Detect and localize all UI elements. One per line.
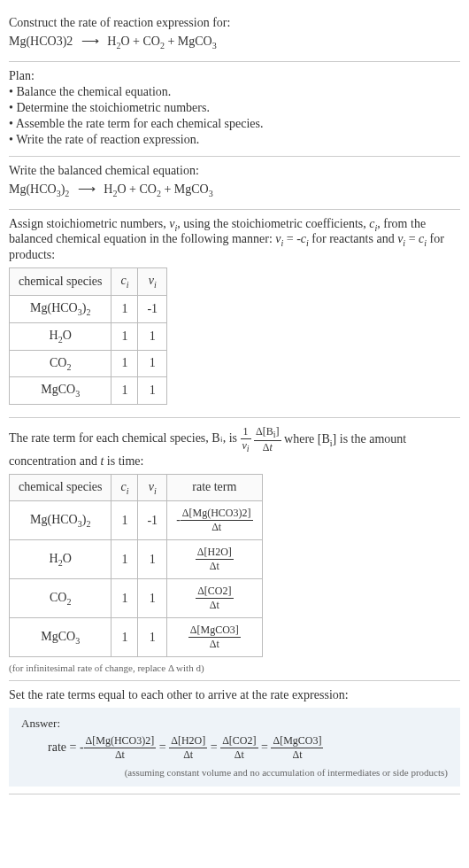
table-cell: 1: [138, 579, 167, 618]
table-cell: 1: [138, 350, 167, 377]
table-header: ci: [111, 268, 138, 296]
rate-prefix: rate =: [48, 740, 80, 754]
table-cell: -1: [138, 501, 167, 540]
rateterm-table: chemical species ci νi rate term Mg(HCO3…: [9, 474, 263, 658]
table-row: H2O 1 1 Δ[H2O]Δt: [10, 540, 263, 579]
table-cell: Δ[H2O]Δt: [167, 540, 262, 579]
balanced-heading: Write the balanced chemical equation:: [9, 164, 460, 178]
table-cell: 1: [111, 540, 138, 579]
plan-item: • Balance the chemical equation.: [9, 85, 460, 99]
equation-right: H2O + CO2 + MgCO3: [107, 35, 216, 48]
table-header: ci: [111, 474, 138, 501]
intro-title: Construct the rate of reaction expressio…: [9, 16, 460, 30]
answer-content: rate = -Δ[Mg(HCO3)2]Δt = Δ[H2O]Δt = Δ[CO…: [48, 734, 448, 762]
fraction: Δ[Mg(HCO3)2]Δt: [84, 734, 157, 762]
table-cell: 1: [111, 579, 138, 618]
balanced-equation: Mg(HCO3)2 ⟶ H2O + CO2 + MgCO3: [9, 182, 460, 198]
table-cell: MgCO3: [10, 618, 111, 657]
table-row: chemical species ci νi: [10, 268, 167, 296]
table-cell: Δ[CO2]Δt: [167, 579, 262, 618]
equation-left: Mg(HCO3)2: [9, 182, 69, 196]
table-cell: 1: [111, 350, 138, 377]
fraction: Δ[CO2]Δt: [220, 734, 258, 762]
table-cell: Δ[MgCO3]Δt: [167, 618, 262, 657]
table-cell: 1: [138, 322, 167, 350]
table-cell: Mg(HCO3)2: [10, 295, 111, 322]
fraction: Δ[MgCO3]Δt: [271, 734, 323, 762]
table-header: chemical species: [10, 474, 111, 501]
fraction: Δ[Mg(HCO3)2]Δt: [181, 507, 253, 534]
table-cell: H2O: [10, 540, 111, 579]
plan-list: • Balance the chemical equation. • Deter…: [9, 85, 460, 147]
table-cell: 1: [138, 540, 167, 579]
table-row: Mg(HCO3)2 1 -1: [10, 295, 167, 322]
table-cell: -1: [138, 295, 167, 322]
table-row: CO2 1 1: [10, 350, 167, 377]
plan-item: • Determine the stoichiometric numbers.: [9, 101, 460, 115]
equation-left: Mg(HCO3)2: [9, 35, 73, 48]
intro-section: Construct the rate of reaction expressio…: [9, 9, 460, 62]
final-section: Set the rate terms equal to each other t…: [9, 681, 460, 794]
table-cell: 1: [111, 501, 138, 540]
table-row: Mg(HCO3)2 1 -1 -Δ[Mg(HCO3)2]Δt: [10, 501, 263, 540]
stoich-table: chemical species ci νi Mg(HCO3)2 1 -1 H2…: [9, 267, 167, 405]
table-cell: 1: [138, 618, 167, 657]
table-row: MgCO3 1 1 Δ[MgCO3]Δt: [10, 618, 263, 657]
answer-label: Answer:: [21, 717, 448, 731]
table-header: νi: [138, 474, 167, 501]
table-cell: 1: [111, 377, 138, 405]
intro-equation: Mg(HCO3)2 ⟶ H2O + CO2 + MgCO3: [9, 34, 460, 50]
fraction: 1νi: [241, 425, 251, 453]
rateterm-note: (for infinitesimal rate of change, repla…: [9, 663, 460, 673]
answer-box: Answer: rate = -Δ[Mg(HCO3)2]Δt = Δ[H2O]Δ…: [9, 708, 460, 787]
table-cell: 1: [138, 377, 167, 405]
table-header: chemical species: [10, 268, 111, 296]
table-row: CO2 1 1 Δ[CO2]Δt: [10, 579, 263, 618]
final-heading: Set the rate terms equal to each other t…: [9, 688, 460, 702]
table-cell: 1: [111, 295, 138, 322]
table-row: chemical species ci νi rate term: [10, 474, 263, 501]
table-cell: MgCO3: [10, 377, 111, 405]
table-header: rate term: [167, 474, 262, 501]
answer-note: (assuming constant volume and no accumul…: [21, 767, 448, 778]
plan-item: • Write the rate of reaction expression.: [9, 133, 460, 147]
table-cell: CO2: [10, 579, 111, 618]
fraction: Δ[MgCO3]Δt: [188, 624, 241, 651]
rateterm-text: The rate term for each chemical species,…: [9, 425, 460, 468]
balanced-section: Write the balanced chemical equation: Mg…: [9, 157, 460, 210]
table-header: νi: [138, 268, 167, 296]
stoich-section: Assign stoichiometric numbers, νi, using…: [9, 210, 460, 419]
table-cell: 1: [111, 322, 138, 350]
fraction: Δ[H2O]Δt: [196, 546, 234, 573]
table-cell: 1: [111, 618, 138, 657]
fraction: Δ[H2O]Δt: [169, 734, 207, 762]
plan-item: • Assemble the rate term for each chemic…: [9, 117, 460, 131]
arrow-icon: ⟶: [78, 182, 96, 196]
table-row: H2O 1 1: [10, 322, 167, 350]
table-cell: CO2: [10, 350, 111, 377]
stoich-text: Assign stoichiometric numbers, νi, using…: [9, 217, 460, 263]
plan-heading: Plan:: [9, 69, 460, 83]
table-cell: -Δ[Mg(HCO3)2]Δt: [167, 501, 262, 540]
plan-section: Plan: • Balance the chemical equation. •…: [9, 62, 460, 157]
table-cell: Mg(HCO3)2: [10, 501, 111, 540]
fraction: Δ[Bi]Δt: [254, 425, 281, 453]
rateterm-section: The rate term for each chemical species,…: [9, 418, 460, 681]
fraction: Δ[CO2]Δt: [196, 585, 233, 612]
equation-right: H2O + CO2 + MgCO3: [104, 182, 212, 196]
table-cell: H2O: [10, 322, 111, 350]
arrow-icon: ⟶: [81, 35, 99, 48]
table-row: MgCO3 1 1: [10, 377, 167, 405]
